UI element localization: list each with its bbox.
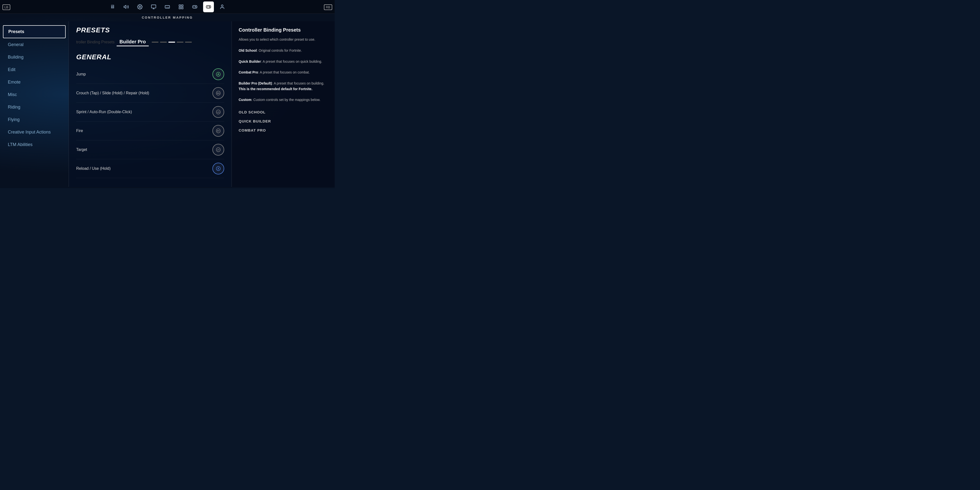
svg-rect-5 [165, 5, 170, 8]
gamepad-alt-icon[interactable] [189, 2, 200, 12]
svg-text:RS: RS [217, 92, 220, 94]
top-nav: LB 🖥 [0, 0, 335, 14]
action-label-reload: Reload / Use (Hold) [76, 166, 111, 171]
action-label-fire: Fire [76, 129, 83, 133]
settings-icon[interactable] [135, 2, 145, 12]
preset-quick-builder[interactable]: QUICK BUILDER [239, 117, 328, 126]
action-row-fire: Fire RT [76, 121, 224, 140]
presets-section-title: PRESETS [76, 26, 224, 34]
dot-2 [160, 41, 167, 43]
action-label-jump: Jump [76, 72, 86, 76]
svg-text:RT: RT [217, 130, 220, 132]
sidebar-item-presets[interactable]: Presets [3, 25, 66, 38]
right-panel-title: Controller Binding Presets [239, 27, 328, 33]
action-button-jump[interactable]: A [212, 68, 224, 80]
sidebar-item-edit[interactable]: Edit [3, 64, 66, 76]
center-panel: PRESETS troller Binding Presets Builder … [68, 21, 232, 187]
svg-point-18 [196, 7, 196, 7]
main-layout: Presets General Building Edit Emote Misc… [0, 21, 335, 187]
svg-text:X: X [217, 167, 219, 170]
svg-point-21 [221, 5, 223, 6]
preset-old-school[interactable]: OLD SCHOOL [239, 108, 328, 117]
svg-text:A: A [217, 73, 220, 76]
rb-button[interactable]: RB [324, 5, 332, 10]
sidebar-item-misc[interactable]: Misc [3, 89, 66, 101]
svg-text:LS: LS [217, 111, 220, 113]
action-button-fire[interactable]: RT [212, 125, 224, 137]
action-button-sprint[interactable]: LS [212, 106, 224, 118]
svg-rect-13 [179, 5, 181, 6]
audio-icon[interactable] [121, 2, 132, 12]
controller-icon[interactable] [203, 2, 214, 12]
general-section-title: GENERAL [76, 53, 224, 61]
sidebar: Presets General Building Edit Emote Misc… [0, 21, 68, 187]
dot-3 [168, 41, 175, 43]
svg-rect-14 [181, 5, 183, 6]
dot-5 [185, 41, 192, 43]
right-panel: Controller Binding Presets Allows you to… [232, 21, 335, 187]
svg-rect-15 [179, 7, 181, 9]
page-title: CONTROLLER MAPPING [0, 14, 335, 21]
sidebar-item-flying[interactable]: Flying [3, 114, 66, 126]
action-button-crouch[interactable]: RS [212, 87, 224, 99]
sidebar-item-ltm[interactable]: LTM Abilities [3, 139, 66, 151]
svg-rect-16 [181, 7, 183, 9]
sidebar-item-creative-input[interactable]: Creative Input Actions [3, 126, 66, 138]
keyboard-icon[interactable] [162, 2, 173, 12]
svg-point-20 [210, 7, 210, 7]
preset-tab-active[interactable]: Builder Pro [117, 38, 149, 46]
svg-point-1 [139, 6, 141, 8]
dot-1 [152, 41, 159, 43]
action-label-sprint: Sprint / Auto-Run (Double-Click) [76, 110, 132, 114]
layout-icon[interactable] [176, 2, 186, 12]
lb-button[interactable]: LB [2, 5, 10, 10]
sidebar-item-building[interactable]: Building [3, 51, 66, 63]
preset-tabs: troller Binding Presets Builder Pro [76, 38, 224, 46]
action-row-crouch: Crouch (Tap) / Slide (Hold) / Repair (Ho… [76, 84, 224, 103]
display-icon[interactable] [148, 2, 159, 12]
action-button-target[interactable]: LT [212, 144, 224, 156]
sidebar-item-general[interactable]: General [3, 39, 66, 51]
sidebar-item-emote[interactable]: Emote [3, 76, 66, 88]
svg-marker-0 [124, 5, 126, 8]
action-row-jump: Jump A [76, 65, 224, 84]
right-panel-description: Allows you to select which controller pr… [239, 37, 328, 103]
monitor-icon[interactable]: 🖥 [107, 2, 118, 12]
sidebar-item-riding[interactable]: Riding [3, 101, 66, 113]
profile-icon[interactable] [217, 2, 228, 12]
preset-tab-dots [152, 41, 192, 43]
action-row-target: Target LT [76, 140, 224, 159]
action-label-target: Target [76, 148, 87, 152]
preset-combat-pro[interactable]: COMBAT PRO [239, 126, 328, 135]
action-row-sprint: Sprint / Auto-Run (Double-Click) LS [76, 103, 224, 121]
action-row-reload: Reload / Use (Hold) X [76, 159, 224, 178]
preset-tab-faded: troller Binding Presets [76, 40, 115, 45]
svg-text:LT: LT [217, 149, 220, 151]
action-button-reload[interactable]: X [212, 163, 224, 175]
svg-rect-2 [151, 5, 156, 8]
dot-4 [177, 41, 183, 43]
action-label-crouch: Crouch (Tap) / Slide (Hold) / Repair (Ho… [76, 91, 149, 95]
